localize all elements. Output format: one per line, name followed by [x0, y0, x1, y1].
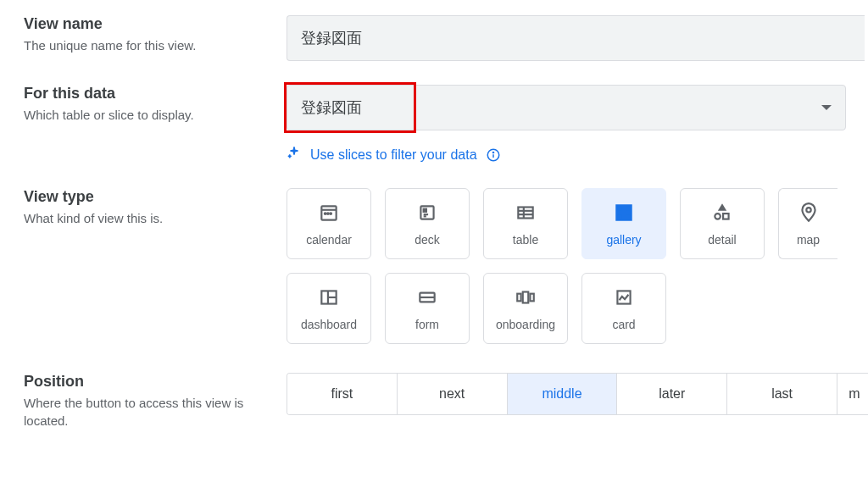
segment-last[interactable]: last: [727, 374, 837, 414]
onboarding-icon: [515, 286, 537, 311]
detail-icon: [711, 202, 733, 226]
chevron-down-icon: [821, 105, 832, 110]
info-icon[interactable]: [486, 147, 501, 163]
for-data-value: 登録図面: [301, 97, 362, 118]
map-pin-icon: [798, 202, 820, 226]
svg-marker-20: [720, 205, 726, 209]
segment-label: first: [331, 386, 353, 402]
tile-form[interactable]: form: [385, 273, 470, 344]
tile-calendar[interactable]: calendar: [287, 188, 371, 259]
label-col: View type What kind of view this is.: [24, 188, 287, 227]
row-view-type: View type What kind of view this is. cal…: [24, 188, 868, 344]
view-name-desc: The unique name for this view.: [24, 36, 278, 54]
segment-first[interactable]: first: [287, 374, 398, 414]
tile-onboarding[interactable]: onboarding: [483, 273, 568, 344]
svg-point-7: [330, 213, 331, 214]
gallery-icon: [613, 202, 635, 226]
svg-rect-18: [616, 214, 623, 220]
row-for-this-data: For this data Which table or slice to di…: [24, 85, 868, 164]
svg-rect-17: [625, 205, 632, 212]
svg-rect-12: [518, 207, 532, 218]
sparkle-icon: [287, 146, 302, 164]
position-title: Position: [24, 373, 278, 391]
segment-next[interactable]: next: [398, 374, 508, 414]
slices-hint[interactable]: Use slices to filter your data: [287, 146, 868, 164]
svg-rect-31: [530, 293, 533, 301]
tile-label: table: [513, 233, 538, 247]
view-name-value: 登録図面: [301, 28, 362, 48]
view-name-input[interactable]: 登録図面: [287, 15, 865, 61]
row-view-name: View name The unique name for this view.…: [24, 15, 868, 61]
segment-label: last: [771, 386, 793, 402]
svg-rect-19: [625, 214, 632, 220]
position-desc: Where the button to access this view is …: [24, 394, 278, 430]
view-type-title: View type: [24, 188, 278, 206]
field-col: first next middle later last m: [287, 373, 868, 415]
svg-rect-16: [616, 205, 623, 212]
tile-detail[interactable]: detail: [680, 188, 765, 259]
svg-rect-9: [424, 208, 426, 211]
tile-label: calendar: [306, 233, 352, 247]
position-segments: first next middle later last m: [287, 373, 868, 415]
tile-label: map: [797, 233, 820, 247]
tile-deck[interactable]: deck: [385, 188, 470, 259]
tile-label: form: [415, 318, 439, 331]
view-type-desc: What kind of view this is.: [24, 209, 278, 227]
segment-label: later: [659, 386, 685, 402]
slices-hint-text: Use slices to filter your data: [310, 147, 477, 163]
label-col: For this data Which table or slice to di…: [24, 85, 287, 124]
calendar-icon: [318, 202, 340, 226]
tile-card[interactable]: card: [581, 273, 666, 344]
view-name-title: View name: [24, 15, 278, 33]
svg-point-21: [715, 214, 721, 219]
tile-label: gallery: [606, 233, 641, 247]
card-icon: [613, 286, 635, 311]
label-col: Position Where the button to access this…: [24, 373, 287, 430]
view-type-tiles: calendar deck table gallery: [287, 188, 868, 344]
segment-middle[interactable]: middle: [508, 374, 618, 414]
tile-label: dashboard: [301, 318, 357, 331]
table-icon: [515, 202, 537, 226]
for-data-title: For this data: [24, 85, 278, 103]
svg-point-6: [327, 213, 329, 214]
svg-rect-29: [517, 293, 520, 301]
tile-label: card: [612, 318, 635, 331]
tile-map[interactable]: map: [778, 188, 837, 259]
form-icon: [416, 286, 438, 311]
tile-table[interactable]: table: [483, 188, 568, 259]
svg-point-23: [806, 208, 810, 212]
field-col: 登録図面: [287, 15, 868, 61]
for-data-desc: Which table or slice to display.: [24, 106, 278, 124]
segment-later[interactable]: later: [617, 374, 727, 414]
tile-label: deck: [415, 233, 440, 247]
tile-gallery[interactable]: gallery: [581, 188, 666, 259]
svg-point-2: [492, 152, 493, 152]
segment-label: next: [439, 386, 465, 402]
svg-rect-22: [723, 214, 729, 219]
svg-rect-30: [523, 291, 529, 302]
dashboard-icon: [318, 286, 340, 311]
tile-label: detail: [708, 233, 736, 247]
segment-label: middle: [542, 386, 581, 402]
svg-point-5: [325, 213, 326, 214]
segment-label: m: [849, 386, 860, 402]
field-col: calendar deck table gallery: [287, 188, 868, 344]
field-col: 登録図面 Use slices to filter your data: [287, 85, 868, 164]
deck-icon: [416, 202, 438, 226]
tile-label: onboarding: [496, 318, 555, 331]
label-col: View name The unique name for this view.: [24, 15, 287, 54]
tile-dashboard[interactable]: dashboard: [287, 273, 371, 344]
segment-more[interactable]: m: [837, 374, 868, 414]
row-position: Position Where the button to access this…: [24, 373, 868, 430]
for-data-select[interactable]: 登録図面: [287, 85, 846, 130]
